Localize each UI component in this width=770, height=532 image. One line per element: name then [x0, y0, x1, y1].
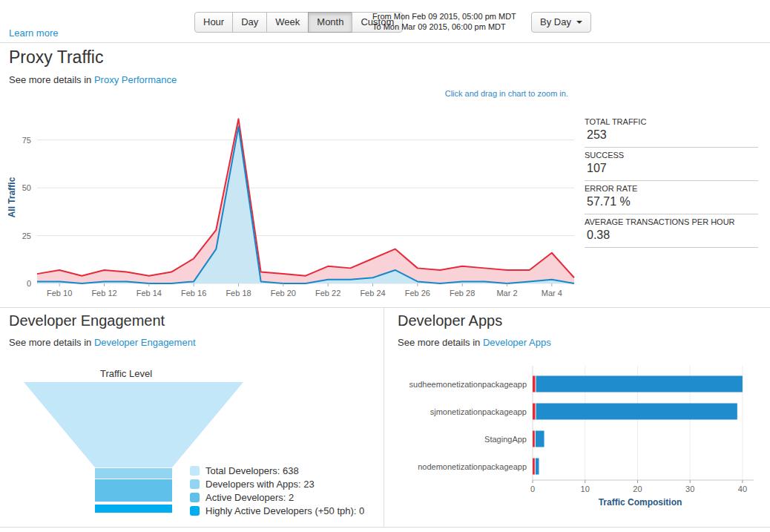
developer-apps-section: Developer Apps See more details in Devel… [384, 308, 770, 527]
granularity-label: By Day [540, 16, 571, 28]
time-range-button-hour[interactable]: Hour [194, 12, 233, 33]
learn-more-link[interactable]: Learn more [9, 27, 58, 39]
svg-text:Feb 28: Feb 28 [450, 289, 475, 298]
svg-text:0: 0 [27, 279, 31, 288]
caret-down-icon [576, 21, 582, 24]
legend-item: Developers with Apps: 23 [190, 477, 364, 490]
date-range: From Mon Feb 09 2015, 05:00 pm MDT To Mo… [372, 11, 516, 32]
topbar: Learn more Hour Day Week Month Custom Fr… [0, 0, 770, 43]
date-range-to: To Mon Mar 09 2015, 06:00 pm MDT [372, 22, 516, 32]
svg-text:Feb 24: Feb 24 [360, 289, 385, 298]
legend-label: Highly Active Developers (+50 tph): 0 [205, 505, 364, 516]
stat-error-rate: ERROR RATE 57.71 % [585, 181, 758, 214]
stat-label: ERROR RATE [585, 184, 758, 193]
svg-text:30: 30 [685, 485, 694, 493]
legend-swatch [190, 506, 200, 516]
svg-text:sudheemonetizationpackageapp: sudheemonetizationpackageapp [409, 380, 527, 389]
developer-apps-link[interactable]: Developer Apps [483, 337, 551, 348]
granularity-dropdown-button[interactable]: By Day [531, 12, 591, 33]
stat-label: TOTAL TRAFFIC [585, 117, 758, 126]
legend-label: Active Developers: 2 [205, 492, 294, 503]
legend-swatch [190, 466, 200, 476]
svg-text:50: 50 [22, 183, 31, 192]
svg-text:75: 75 [22, 136, 31, 145]
stat-total-traffic: TOTAL TRAFFIC 253 [585, 114, 758, 148]
developer-apps-title: Developer Apps [398, 312, 502, 329]
svg-text:Feb 10: Feb 10 [47, 289, 72, 298]
legend-item: Active Developers: 2 [190, 490, 364, 504]
stat-value: 253 [585, 128, 758, 142]
svg-text:40: 40 [738, 485, 747, 493]
stat-label: SUCCESS [585, 151, 758, 160]
time-range-button-day[interactable]: Day [232, 12, 267, 33]
legend-item: Total Developers: 638 [190, 464, 364, 477]
subtitle-text: See more details in [9, 337, 91, 348]
svg-text:Feb 14: Feb 14 [136, 289, 162, 298]
analytics-dashboard: Learn more Hour Day Week Month Custom Fr… [0, 0, 770, 528]
svg-text:20: 20 [633, 485, 642, 493]
funnel-title: Traffic Level [15, 368, 237, 379]
developer-engagement-section: Developer Engagement See more details in… [0, 308, 384, 527]
proxy-performance-link[interactable]: Proxy Performance [94, 74, 177, 85]
svg-text:25: 25 [22, 231, 31, 240]
svg-text:Feb 18: Feb 18 [226, 289, 251, 298]
stat-average-tph: AVERAGE TRANSACTIONS PER HOUR 0.38 [585, 214, 758, 248]
funnel-legend: Total Developers: 638 Developers with Ap… [190, 464, 364, 517]
stat-label: AVERAGE TRANSACTIONS PER HOUR [585, 217, 758, 226]
time-range-button-week[interactable]: Week [266, 12, 309, 33]
svg-text:All Traffic: All Traffic [7, 177, 17, 217]
subtitle-text: See more details in [9, 74, 91, 85]
developer-engagement-link[interactable]: Developer Engagement [94, 337, 196, 348]
developer-engagement-subtitle: See more details in Developer Engagement [9, 337, 196, 348]
developer-engagement-title: Developer Engagement [9, 312, 165, 329]
svg-text:nodemonetizationpackageapp: nodemonetizationpackageapp [418, 462, 527, 471]
time-range-button-month[interactable]: Month [308, 12, 352, 33]
subtitle-text: See more details in [398, 337, 480, 348]
stat-value: 107 [585, 162, 758, 175]
proxy-traffic-subtitle: See more details in Proxy Performance [9, 74, 177, 85]
legend-swatch [190, 479, 200, 489]
date-range-from: From Mon Feb 09 2015, 05:00 pm MDT [372, 11, 516, 22]
legend-item: Highly Active Developers (+50 tph): 0 [190, 504, 364, 517]
svg-text:Traffic Composition: Traffic Composition [599, 497, 682, 508]
svg-text:0: 0 [530, 485, 535, 493]
stat-value: 57.71 % [585, 195, 758, 208]
svg-text:Feb 22: Feb 22 [315, 289, 340, 298]
svg-text:10: 10 [581, 485, 590, 493]
proxy-traffic-section: Proxy Traffic See more details in Proxy … [0, 43, 770, 308]
svg-text:Mar 2: Mar 2 [496, 289, 517, 298]
legend-label: Total Developers: 638 [205, 465, 299, 476]
legend-swatch [190, 493, 200, 502]
legend-label: Developers with Apps: 23 [205, 479, 315, 490]
stat-success: SUCCESS 107 [585, 148, 758, 181]
developer-apps-subtitle: See more details in Developer Apps [398, 337, 551, 348]
svg-text:Feb 26: Feb 26 [405, 289, 430, 298]
bottom-row: Developer Engagement See more details in… [0, 308, 770, 528]
proxy-traffic-chart[interactable]: 0255075Feb 10Feb 12Feb 14Feb 16Feb 18Feb… [4, 104, 583, 304]
svg-text:Mar 4: Mar 4 [542, 289, 562, 298]
svg-text:StagingApp: StagingApp [484, 435, 527, 444]
svg-text:sjmonetizationpackageapp: sjmonetizationpackageapp [430, 407, 527, 416]
svg-text:Feb 20: Feb 20 [271, 289, 296, 298]
traffic-stats-panel: TOTAL TRAFFIC 253 SUCCESS 107 ERROR RATE… [585, 114, 758, 248]
developer-apps-chart: 010203040sudheemonetizationpackageappsjm… [387, 360, 767, 513]
svg-text:Feb 12: Feb 12 [91, 289, 116, 298]
zoom-hint: Click and drag in chart to zoom in. [445, 89, 568, 98]
stat-value: 0.38 [585, 229, 758, 242]
svg-text:Feb 16: Feb 16 [181, 289, 206, 298]
proxy-traffic-title: Proxy Traffic [9, 47, 103, 68]
